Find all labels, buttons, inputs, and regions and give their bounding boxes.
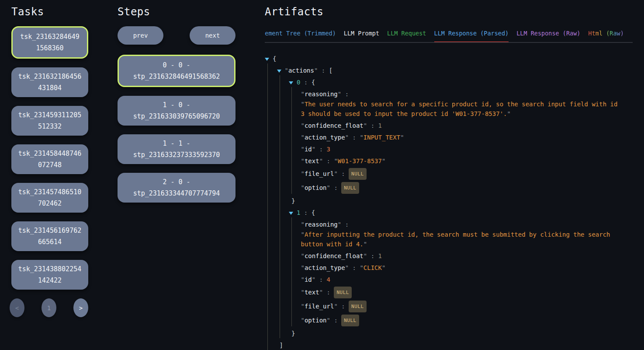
artifact-tab[interactable]: LLM Prompt [344,30,379,42]
json-token-brace: { [312,79,315,86]
artifact-tab[interactable]: Element Tree (Trimmed) [265,30,336,42]
indent-guide [267,312,268,326]
json-token-q: " [345,134,349,141]
pagination-next-button[interactable]: > [73,298,88,317]
indent-guide [267,166,268,180]
json-token-q: " [301,158,305,164]
step-nav: prev next [118,26,235,45]
json-token-colon: : [338,170,349,177]
step-button[interactable]: 2 - 0 - stp_231633344707774794 [118,173,235,203]
pagination-prev-button[interactable]: < [10,298,24,317]
indent-guide [291,312,292,326]
json-token-q: " [364,122,367,129]
task-list: tsk_231632846491568360tsk_23163218645643… [11,26,88,290]
json-token-float: 1 [378,122,382,129]
json-token-q: " [285,67,288,74]
json-token-q: " [364,241,367,248]
indent-guide [267,229,268,249]
tasks-pagination: < 1 > [10,298,88,317]
pagination-page-1-button[interactable]: 1 [42,298,56,317]
json-token-str: W01-377-8537 [338,158,382,164]
step-button[interactable]: 1 - 1 - stp_231633237333592370 [118,134,235,164]
indent-guide [291,154,292,166]
json-token-colon: : [323,158,334,164]
json-token-str: INPUT_TEXT [364,134,400,141]
json-token-q: " [338,221,341,228]
artifact-tab[interactable]: LLM Response (Parsed) [434,30,509,42]
json-token-q: " [312,146,315,153]
json-token-key: reasoning [305,91,338,98]
json-token-colon: : [338,303,349,310]
collapse-toggle-icon[interactable] [265,58,269,61]
indent-guide [267,284,268,298]
json-line: "option" : NULL [265,312,621,326]
step-button[interactable]: 0 - 0 - stp_231632846491568362 [118,55,235,87]
steps-prev-button[interactable]: prev [118,26,163,45]
task-button[interactable]: tsk_231457486510702462 [11,183,88,213]
steps-next-button[interactable]: next [190,26,235,45]
json-token-colon: : [341,221,349,228]
json-token-key: confidence_float [305,252,364,259]
json-token-key: id [305,276,312,283]
task-button[interactable]: tsk_231459311205512332 [11,106,88,136]
indent-guide [267,206,268,217]
collapse-toggle-icon[interactable] [289,212,293,215]
task-button[interactable]: tsk_231632846491568360 [11,26,88,59]
indent-guide [291,249,292,261]
collapse-toggle-icon[interactable] [277,70,281,73]
task-button[interactable]: tsk_231458448746072748 [11,144,88,174]
json-line: "option" : NULL [265,180,621,194]
indent-guide [291,119,292,130]
indent-guide [280,154,280,166]
json-token-colon: : [315,146,326,153]
json-line: "confidence_float" : 1 [265,119,621,130]
json-line: "action_type" : "INPUT_TEXT" [265,130,621,142]
indent-guide [291,166,292,180]
json-line: } [265,326,621,338]
json-line: "The user needs to search for a specific… [265,99,621,119]
json-token-str: CLICK [364,264,382,271]
task-button[interactable]: tsk_231632186456431804 [11,67,88,97]
indent-guide [280,217,280,229]
step-button[interactable]: 1 - 0 - stp_231633039765096720 [118,96,235,126]
json-token-colon: : [300,79,311,86]
indent-guide [280,99,280,119]
indent-guide [280,326,280,338]
collapse-toggle-icon[interactable] [289,81,293,84]
indent-guide [280,119,280,130]
indent-guide [267,119,268,130]
json-token-int: 3 [327,146,330,153]
json-token-q: " [301,184,305,191]
steps-title: Steps [118,0,235,18]
json-line: "After inputting the product id, the sea… [265,229,621,249]
artifact-tab[interactable]: LLM Response (Raw) [516,30,580,42]
json-token-str: The user needs to search for a specific … [301,101,618,117]
json-token-colon: : [349,134,360,141]
indent-guide [267,298,268,312]
indent-guide [267,273,268,284]
artifact-tab[interactable]: LLM Request [387,30,426,42]
indent-guide [280,87,280,99]
json-token-key: reasoning [305,221,338,228]
json-line: "actions" : [ [265,63,621,75]
steps-panel: Steps prev next 0 - 0 - stp_231632846491… [118,0,235,350]
indent-guide [280,130,280,142]
indent-guide [267,87,268,99]
task-button[interactable]: tsk_231456169762665614 [11,221,88,251]
json-token-key: option [305,317,327,324]
json-token-q: " [334,170,337,177]
artifact-tab[interactable]: Html (Raw) [589,30,624,42]
null-value-badge: NULL [341,182,359,194]
json-token-q: " [334,158,337,164]
indent-guide [280,206,280,217]
indent-guide [267,326,268,338]
task-button[interactable]: tsk_231438802254142422 [11,260,88,290]
json-token-key: confidence_float [305,122,364,129]
indent-guide [267,130,268,142]
json-token-q: " [507,110,511,117]
json-line: "id" : 3 [265,142,621,154]
null-value-badge: NULL [341,315,359,326]
json-token-q: " [382,158,385,164]
json-token-key: actions [288,67,314,74]
json-token-q: " [301,134,305,141]
